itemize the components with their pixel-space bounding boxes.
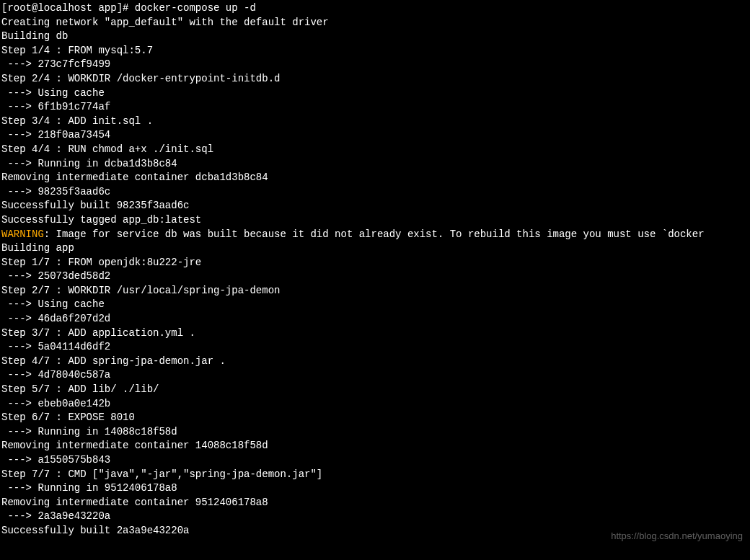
output-line: ---> 5a04114d6df2 <box>1 340 749 355</box>
output-line: ---> Running in 9512406178a8 <box>1 481 749 496</box>
output-line: ---> 2a3a9e43220a <box>1 510 749 524</box>
output-line: Building db <box>1 30 749 44</box>
output-line: Successfully tagged app_db:latest <box>1 213 749 228</box>
output-line: ---> Using cache <box>1 86 749 101</box>
terminal-output[interactable]: [root@localhost app]# docker-compose up … <box>1 1 749 538</box>
output-line: ---> Running in 14088c18f58d <box>1 425 749 440</box>
output-line: ---> 218f0aa73454 <box>1 128 749 143</box>
output-line: ---> 46da6f207d2d <box>1 312 749 326</box>
output-line: ---> 273c7fcf9499 <box>1 58 749 72</box>
output-line: Building app <box>1 241 749 256</box>
output-line: Step 1/4 : FROM mysql:5.7 <box>1 44 749 58</box>
warning-line: WARNING: Image for service db was built … <box>1 228 749 242</box>
output-line: Step 1/7 : FROM openjdk:8u222-jre <box>1 256 749 270</box>
output-line: Step 4/7 : ADD spring-jpa-demon.jar . <box>1 355 749 369</box>
watermark: https://blog.csdn.net/yumaoying <box>611 530 743 543</box>
output-line: Step 2/7 : WORKDIR /usr/local/spring-jpa… <box>1 284 749 298</box>
output-line: ---> 25073ded58d2 <box>1 270 749 284</box>
output-line: Removing intermediate container 95124061… <box>1 496 749 510</box>
output-line: Step 2/4 : WORKDIR /docker-entrypoint-in… <box>1 72 749 86</box>
output-line: Step 5/7 : ADD lib/ ./lib/ <box>1 383 749 397</box>
warning-text: : Image for service db was built because… <box>44 228 705 240</box>
warning-label: WARNING <box>1 228 44 240</box>
output-line: Removing intermediate container 14088c18… <box>1 439 749 453</box>
output-line: Removing intermediate container dcba1d3b… <box>1 171 749 185</box>
output-line: Creating network "app_default" with the … <box>1 16 749 30</box>
output-line: ---> Running in dcba1d3b8c84 <box>1 157 749 172</box>
output-line: Step 7/7 : CMD ["java","-jar","spring-jp… <box>1 468 749 482</box>
output-line: ---> ebeb0a0e142b <box>1 397 749 412</box>
output-line: Step 3/4 : ADD init.sql . <box>1 115 749 129</box>
output-line: ---> 6f1b91c774af <box>1 100 749 115</box>
output-line: ---> a1550575b843 <box>1 453 749 468</box>
output-line: Step 6/7 : EXPOSE 8010 <box>1 411 749 425</box>
output-line: ---> Using cache <box>1 298 749 312</box>
output-line: Successfully built 98235f3aad6c <box>1 199 749 213</box>
output-block-2: Building app Step 1/7 : FROM openjdk:8u2… <box>1 241 749 538</box>
command-prompt: [root@localhost app]# docker-compose up … <box>1 1 749 16</box>
output-line: Step 3/7 : ADD application.yml . <box>1 326 749 341</box>
output-line: ---> 4d78040c587a <box>1 368 749 383</box>
output-line: Step 4/4 : RUN chmod a+x ./init.sql <box>1 143 749 157</box>
output-block-1: Creating network "app_default" with the … <box>1 16 749 228</box>
output-line: ---> 98235f3aad6c <box>1 185 749 200</box>
